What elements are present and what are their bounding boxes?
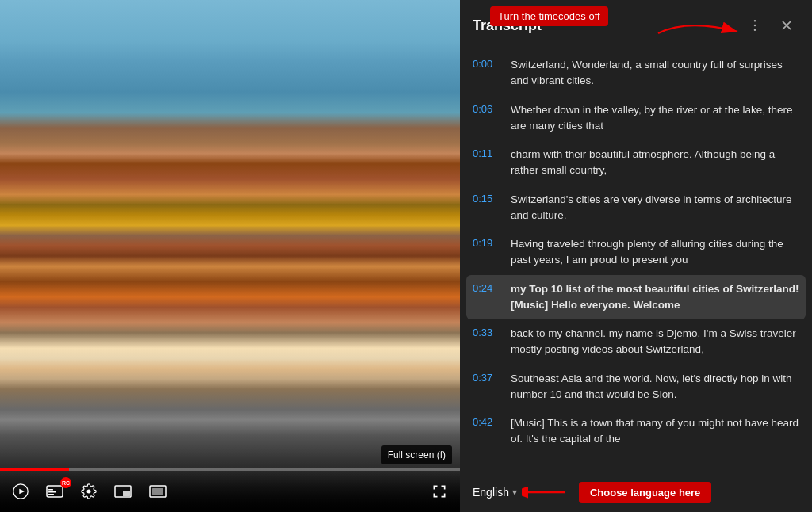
transcript-entry[interactable]: 0:06Whether down in the valley, by the r…	[466, 96, 806, 141]
captions-icon	[46, 485, 63, 498]
timecode-timestamp: 0:42	[473, 415, 501, 428]
play-button[interactable]	[10, 480, 32, 502]
transcript-entry[interactable]: 0:33back to my channel. my name is Djemo…	[466, 319, 806, 365]
timecode-timestamp: 0:33	[473, 326, 501, 338]
transcript-entry[interactable]: 0:11charm with their beautiful atmospher…	[466, 140, 806, 185]
header-actions	[742, 13, 799, 38]
miniplayer-button[interactable]	[111, 482, 135, 501]
miniplayer-icon	[114, 485, 132, 498]
more-options-icon	[747, 17, 763, 33]
timecode-timestamp: 0:06	[473, 102, 501, 115]
fullscreen-tooltip: Full screen (f)	[381, 445, 452, 464]
fullscreen-icon	[431, 483, 447, 499]
entry-text: Switzerland's cities are very diverse in…	[511, 192, 799, 224]
entry-text: Switzerland, Wonderland, a small country…	[511, 57, 799, 90]
transcript-entries[interactable]: 0:00Switzerland, Wonderland, a small cou…	[460, 48, 812, 472]
theater-button[interactable]	[146, 482, 170, 501]
choose-language-bubble: Choose language here	[579, 482, 711, 503]
settings-button[interactable]	[78, 480, 100, 502]
svg-rect-6	[48, 494, 54, 495]
close-icon	[779, 17, 795, 33]
svg-rect-4	[48, 489, 53, 491]
timecode-timestamp: 0:15	[473, 192, 501, 204]
theater-icon	[149, 485, 167, 498]
entry-text: Having traveled through plenty of alluri…	[511, 236, 799, 269]
entry-text: Whether down in the valley, by the river…	[511, 102, 799, 135]
transcript-entry[interactable]: 0:24my Top 10 list of the most beautiful…	[466, 275, 806, 320]
transcript-entry[interactable]: 0:37Southeast Asia and the world. Now, l…	[466, 365, 806, 410]
timecode-timestamp: 0:19	[473, 236, 501, 249]
transcript-entry[interactable]: 0:00Switzerland, Wonderland, a small cou…	[466, 51, 806, 96]
transcript-panel: Transcript 0:00Switzerland, Wonderland, …	[460, 0, 812, 512]
transcript-entry[interactable]: 0:42[Music] This is a town that many of …	[466, 409, 806, 454]
svg-rect-8	[123, 491, 130, 496]
close-transcript-button[interactable]	[774, 13, 799, 38]
fullscreen-button[interactable]	[428, 480, 450, 502]
chevron-down-icon: ▾	[512, 487, 517, 498]
transcript-entry[interactable]: 0:15Switzerland's cities are very divers…	[466, 185, 806, 231]
entry-text: charm with their beautiful atmosphere. A…	[511, 147, 799, 179]
svg-point-11	[754, 20, 756, 22]
entry-text: back to my channel. my name is Djemo, I'…	[511, 326, 799, 358]
more-options-button[interactable]	[742, 13, 768, 38]
svg-marker-2	[19, 489, 25, 495]
transcript-entry[interactable]: 0:19Having traveled through plenty of al…	[466, 230, 806, 275]
video-player: Full screen (f) RC	[0, 0, 460, 512]
svg-rect-5	[48, 491, 56, 493]
settings-icon	[81, 483, 97, 499]
rc-badge: RC	[60, 477, 71, 488]
timecode-timestamp: 0:37	[473, 371, 501, 384]
timecode-timestamp: 0:00	[473, 57, 501, 70]
language-bar: English ▾ Choose language here	[460, 472, 812, 512]
timecode-tooltip: Turn the timecodes off	[490, 6, 608, 26]
timecode-timestamp: 0:11	[473, 147, 501, 159]
language-selector[interactable]: English ▾	[473, 486, 517, 499]
svg-rect-10	[152, 488, 163, 495]
arrow-annotation	[650, 17, 745, 49]
video-controls: RC	[0, 471, 460, 512]
svg-point-13	[754, 29, 756, 32]
svg-point-12	[754, 25, 756, 27]
entry-text: Southeast Asia and the world. Now, let's…	[511, 371, 799, 403]
entry-text: my Top 10 list of the most beautiful cit…	[511, 281, 799, 314]
play-icon	[13, 483, 29, 499]
video-thumbnail	[0, 0, 460, 512]
language-label: English	[473, 486, 509, 499]
timecode-timestamp: 0:24	[473, 281, 501, 294]
entry-text: [Music] This is a town that many of you …	[511, 415, 799, 448]
captions-wrapper: RC	[43, 482, 67, 501]
language-arrow-annotation	[522, 480, 569, 504]
